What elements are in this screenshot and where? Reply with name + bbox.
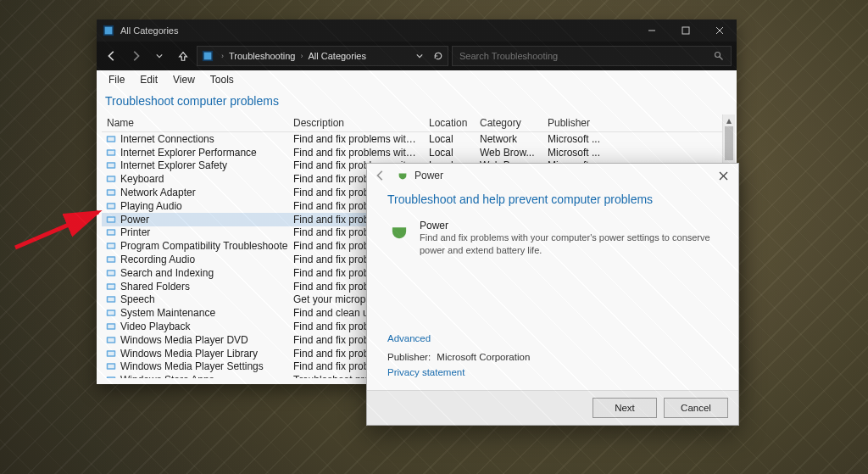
maximize-button[interactable]: [669, 20, 703, 42]
troubleshooter-icon: [105, 147, 117, 159]
section-heading: Troubleshoot computer problems: [97, 89, 737, 114]
navbar: › Troubleshooting › All Categories: [97, 42, 737, 70]
troubleshooter-icon: [105, 374, 117, 378]
address-dropdown[interactable]: [410, 47, 429, 65]
item-description: Find and fix problems with Intern...: [288, 147, 424, 159]
item-name: Printer: [120, 226, 150, 238]
svg-rect-11: [108, 137, 114, 142]
publisher-label: Publisher:: [387, 352, 431, 362]
control-panel-icon: [102, 24, 115, 37]
troubleshooter-icon: [105, 133, 117, 145]
item-name: Windows Media Player Settings: [120, 360, 264, 372]
item-name: Video Playback: [120, 321, 191, 332]
troubleshooter-icon: [105, 307, 117, 319]
troubleshooter-icon: [105, 360, 117, 372]
svg-rect-43: [108, 351, 114, 355]
search-input[interactable]: [458, 50, 712, 62]
item-name: Shared Folders: [120, 281, 190, 293]
item-category: Network: [475, 133, 542, 145]
close-button[interactable]: [703, 20, 737, 42]
svg-rect-21: [108, 204, 114, 209]
breadcrumb-current[interactable]: All Categories: [306, 51, 367, 61]
wizard-titlebar[interactable]: Power: [367, 164, 738, 187]
window-title: All Categories: [120, 25, 178, 36]
svg-rect-35: [108, 298, 114, 302]
troubleshooter-icon: [105, 173, 117, 185]
next-button[interactable]: Next: [593, 398, 657, 418]
svg-rect-23: [108, 217, 114, 221]
item-name: Windows Media Player DVD: [120, 334, 248, 346]
recent-dropdown[interactable]: [149, 46, 170, 66]
cancel-button[interactable]: Cancel: [664, 398, 728, 418]
wizard-item-name: Power: [420, 220, 718, 231]
menu-tools[interactable]: Tools: [203, 72, 241, 87]
svg-line-9: [720, 57, 723, 60]
titlebar[interactable]: All Categories: [97, 20, 737, 42]
svg-point-8: [715, 53, 721, 58]
advanced-link[interactable]: Advanced: [387, 333, 718, 343]
troubleshooter-icon: [105, 200, 117, 212]
back-button[interactable]: [102, 46, 122, 66]
item-name: Search and Indexing: [120, 267, 214, 279]
item-location: Local: [424, 133, 475, 145]
menubar: File Edit View Tools: [97, 70, 737, 89]
item-name: Internet Explorer Safety: [120, 159, 227, 171]
item-name: Network Adapter: [120, 187, 196, 198]
item-publisher: Microsoft ...: [542, 147, 610, 159]
col-description[interactable]: Description: [288, 114, 424, 131]
col-category[interactable]: Category: [475, 114, 542, 131]
refresh-button[interactable]: [429, 47, 448, 65]
item-name: System Maintenance: [120, 307, 215, 319]
svg-rect-7: [204, 53, 212, 60]
svg-rect-37: [108, 311, 114, 315]
troubleshooter-icon: [105, 159, 117, 171]
svg-rect-46: [107, 376, 116, 378]
up-button[interactable]: [173, 46, 193, 66]
scroll-up-arrow-icon[interactable]: ▴: [723, 114, 735, 126]
col-name[interactable]: Name: [102, 114, 288, 131]
menu-view[interactable]: View: [166, 72, 202, 87]
item-name: Speech: [120, 293, 155, 305]
column-headers: Name Description Location Category Publi…: [102, 114, 732, 132]
desktop-wallpaper: All Categories › Troubleshooting › All C…: [0, 0, 868, 474]
power-plug-icon: [387, 220, 411, 243]
item-name: Playing Audio: [120, 200, 182, 212]
wizard-close-button[interactable]: [711, 165, 735, 186]
table-row[interactable]: Internet Explorer PerformanceFind and fi…: [102, 146, 732, 159]
menu-file[interactable]: File: [102, 72, 131, 87]
wizard-heading: Troubleshoot and help prevent computer p…: [387, 192, 718, 206]
troubleshooter-icon: [105, 293, 117, 305]
troubleshooter-icon: [105, 267, 117, 279]
minimize-button[interactable]: [635, 20, 669, 42]
troubleshooter-icon: [105, 321, 117, 332]
breadcrumb-root[interactable]: Troubleshooting: [227, 51, 297, 61]
item-name: Keyboard: [120, 173, 164, 185]
wizard-title: Power: [415, 170, 443, 181]
svg-line-52: [15, 212, 98, 248]
privacy-statement-link[interactable]: Privacy statement: [387, 367, 718, 377]
col-publisher[interactable]: Publisher: [542, 114, 610, 131]
menu-edit[interactable]: Edit: [133, 72, 164, 87]
search-box[interactable]: [452, 46, 732, 66]
forward-button[interactable]: [125, 46, 146, 66]
item-name: Windows Media Player Library: [120, 348, 258, 360]
item-description: Find and fix problems with conne...: [288, 133, 424, 145]
svg-rect-3: [682, 27, 689, 34]
svg-rect-27: [108, 244, 114, 248]
col-location[interactable]: Location: [424, 114, 475, 131]
scroll-thumb[interactable]: [725, 126, 733, 160]
address-bar[interactable]: › Troubleshooting › All Categories: [197, 46, 448, 66]
svg-rect-19: [108, 191, 114, 195]
power-troubleshooter-wizard: Power Troubleshoot and help prevent comp…: [366, 163, 739, 426]
item-name: Program Compatibility Troubleshooter: [120, 240, 288, 252]
table-row[interactable]: Internet ConnectionsFind and fix problem…: [102, 132, 732, 146]
item-name: Internet Connections: [120, 133, 214, 145]
wizard-back-button[interactable]: [370, 165, 391, 186]
troubleshooter-icon: [105, 240, 117, 252]
publisher-value: Microsoft Corporation: [437, 352, 530, 362]
item-name: Internet Explorer Performance: [120, 147, 257, 159]
svg-rect-39: [108, 325, 114, 329]
troubleshooter-icon: [105, 334, 117, 346]
item-name: Power: [120, 214, 149, 226]
svg-rect-15: [108, 164, 114, 168]
